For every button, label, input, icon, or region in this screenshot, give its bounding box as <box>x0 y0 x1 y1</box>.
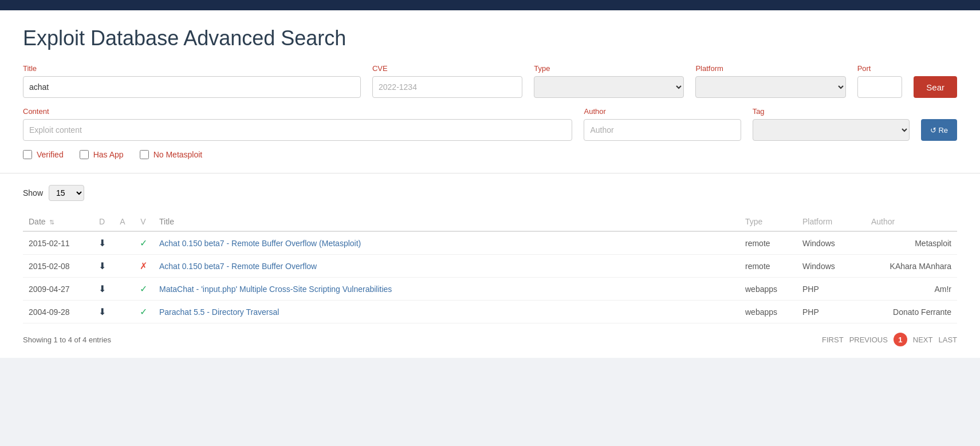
cell-download[interactable]: ⬇ <box>92 255 112 278</box>
cell-title[interactable]: MataChat - 'input.php' Multiple Cross-Si… <box>154 278 739 301</box>
cell-type: remote <box>739 231 797 255</box>
table-header: Date ⇅ D A V Title Type Platform Author <box>23 212 957 231</box>
cell-author: KAhara MAnhara <box>865 255 957 278</box>
title-link[interactable]: Achat 0.150 beta7 - Remote Buffer Overfl… <box>159 239 361 248</box>
verified-checkbox[interactable] <box>23 150 32 159</box>
download-icon: ⬇ <box>99 261 106 271</box>
title-input[interactable] <box>23 76 361 98</box>
tag-select[interactable] <box>753 119 910 141</box>
results-table: Date ⇅ D A V Title Type Platform Author … <box>23 212 957 323</box>
col-v: V <box>133 212 154 231</box>
cell-platform: PHP <box>797 278 865 301</box>
type-label: Type <box>534 64 684 73</box>
cell-author: Metasploit <box>865 231 957 255</box>
cve-label: CVE <box>372 64 522 73</box>
author-input[interactable] <box>584 119 741 141</box>
verified-check-icon: ✓ <box>140 238 147 248</box>
platform-label: Platform <box>695 64 845 73</box>
pagination: FIRST PREVIOUS 1 NEXT LAST <box>822 333 957 346</box>
col-author: Author <box>865 212 957 231</box>
title-link[interactable]: Parachat 5.5 - Directory Traversal <box>159 307 279 317</box>
form-row-2: Content Author Tag ↺ Re <box>23 107 957 141</box>
date-sort-icon: ⇅ <box>49 219 54 226</box>
cell-title[interactable]: Achat 0.150 beta7 - Remote Buffer Overfl… <box>154 231 739 255</box>
author-label: Author <box>584 107 741 116</box>
cell-a <box>112 255 133 278</box>
type-group: Type remote local webapps dos <box>534 64 684 98</box>
port-input[interactable] <box>857 76 903 98</box>
top-bar <box>0 0 980 10</box>
results-panel: Show 10 15 25 50 100 Date ⇅ D A V Title … <box>0 173 980 358</box>
platform-select[interactable]: Windows Linux PHP Multiple <box>695 76 845 98</box>
search-button[interactable]: Sear <box>914 76 957 98</box>
pagination-previous[interactable]: PREVIOUS <box>849 336 888 344</box>
col-a: A <box>112 212 133 231</box>
content-input[interactable] <box>23 119 572 141</box>
page-title: Exploit Database Advanced Search <box>23 26 957 50</box>
cell-author: Donato Ferrante <box>865 301 957 323</box>
pagination-next[interactable]: NEXT <box>913 336 933 344</box>
col-platform: Platform <box>797 212 865 231</box>
content-label: Content <box>23 107 572 116</box>
port-group: Port <box>857 64 903 98</box>
cell-type: webapps <box>739 301 797 323</box>
title-link[interactable]: MataChat - 'input.php' Multiple Cross-Si… <box>159 285 392 294</box>
show-row: Show 10 15 25 50 100 <box>23 185 957 201</box>
cell-download[interactable]: ⬇ <box>92 231 112 255</box>
showing-text: Showing 1 to 4 of 4 entries <box>23 336 111 344</box>
pagination-current[interactable]: 1 <box>894 333 907 346</box>
platform-group: Platform Windows Linux PHP Multiple <box>695 64 845 98</box>
cve-group: CVE <box>372 64 522 98</box>
cell-date: 2015-02-11 <box>23 231 92 255</box>
title-label: Title <box>23 64 361 73</box>
verified-checkbox-item[interactable]: Verified <box>23 150 64 159</box>
content-group: Content <box>23 107 572 141</box>
search-panel: Exploit Database Advanced Search Title C… <box>0 10 980 173</box>
cell-type: remote <box>739 255 797 278</box>
tag-group: Tag <box>753 107 910 141</box>
has-app-checkbox-item[interactable]: Has App <box>80 150 124 159</box>
verified-check-icon: ✓ <box>140 307 147 317</box>
type-select[interactable]: remote local webapps dos <box>534 76 684 98</box>
col-date[interactable]: Date ⇅ <box>23 212 92 231</box>
cell-author: Am!r <box>865 278 957 301</box>
cell-platform: Windows <box>797 255 865 278</box>
checkbox-row: Verified Has App No Metasploit <box>23 150 957 159</box>
has-app-label: Has App <box>93 150 124 159</box>
cve-input[interactable] <box>372 76 522 98</box>
download-icon: ⬇ <box>99 238 106 248</box>
show-label: Show <box>23 188 43 198</box>
table-row: 2015-02-08⬇✗Achat 0.150 beta7 - Remote B… <box>23 255 957 278</box>
has-app-checkbox[interactable] <box>80 150 89 159</box>
download-icon: ⬇ <box>99 307 106 317</box>
cell-title[interactable]: Parachat 5.5 - Directory Traversal <box>154 301 739 323</box>
cell-type: webapps <box>739 278 797 301</box>
no-metasploit-checkbox-item[interactable]: No Metasploit <box>140 150 203 159</box>
cell-verified: ✗ <box>133 255 154 278</box>
cell-verified: ✓ <box>133 301 154 323</box>
no-metasploit-checkbox[interactable] <box>140 150 149 159</box>
cell-download[interactable]: ⬇ <box>92 301 112 323</box>
col-d: D <box>92 212 112 231</box>
cell-verified: ✓ <box>133 278 154 301</box>
cell-download[interactable]: ⬇ <box>92 278 112 301</box>
pagination-first[interactable]: FIRST <box>822 336 844 344</box>
cell-verified: ✓ <box>133 231 154 255</box>
port-label: Port <box>857 64 903 73</box>
form-row-1: Title CVE Type remote local webapps dos … <box>23 64 957 98</box>
table-row: 2015-02-11⬇✓Achat 0.150 beta7 - Remote B… <box>23 231 957 255</box>
cell-a <box>112 301 133 323</box>
table-row: 2004-09-28⬇✓Parachat 5.5 - Directory Tra… <box>23 301 957 323</box>
download-icon: ⬇ <box>99 284 106 294</box>
cell-title[interactable]: Achat 0.150 beta7 - Remote Buffer Overfl… <box>154 255 739 278</box>
cell-platform: Windows <box>797 231 865 255</box>
pagination-last[interactable]: LAST <box>938 336 957 344</box>
footer-row: Showing 1 to 4 of 4 entries FIRST PREVIO… <box>23 333 957 346</box>
verified-check-icon: ✓ <box>140 284 147 294</box>
title-link[interactable]: Achat 0.150 beta7 - Remote Buffer Overfl… <box>159 262 317 271</box>
reset-button[interactable]: ↺ Re <box>921 119 957 141</box>
title-group: Title <box>23 64 361 98</box>
cell-platform: PHP <box>797 301 865 323</box>
cell-date: 2015-02-08 <box>23 255 92 278</box>
show-select[interactable]: 10 15 25 50 100 <box>49 185 84 201</box>
